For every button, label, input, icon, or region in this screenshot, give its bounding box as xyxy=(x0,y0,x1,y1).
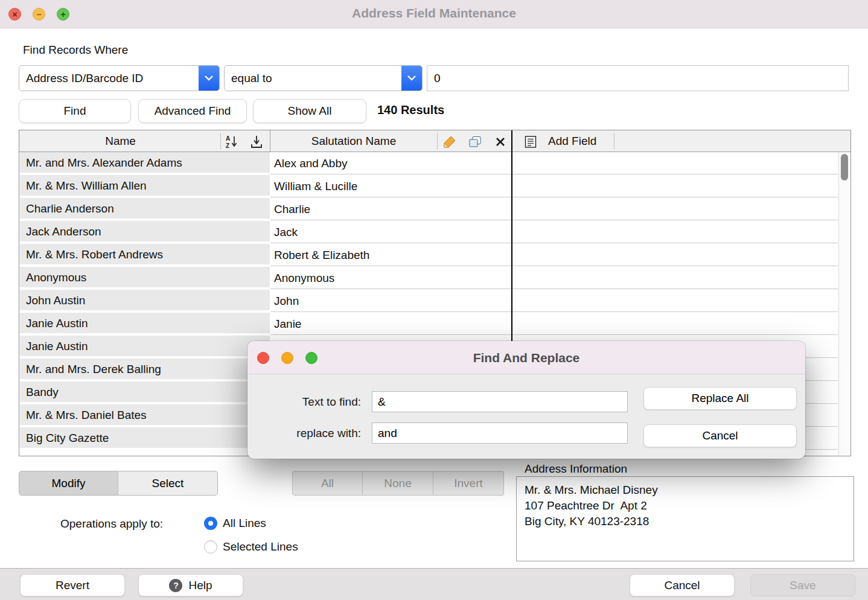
help-button-label: Help xyxy=(188,579,212,592)
salutation-cell[interactable]: Alex and Abby xyxy=(270,152,838,174)
header-separator xyxy=(437,133,438,150)
text-to-find-input[interactable] xyxy=(372,391,628,412)
name-cell[interactable]: Jack Anderson xyxy=(20,221,270,243)
scrollbar-thumb[interactable] xyxy=(841,154,848,180)
table-row[interactable]: Mr. and Mrs. Alexander Adams Alex and Ab… xyxy=(19,152,850,175)
table-row[interactable]: John Austin John xyxy=(19,290,850,313)
salutation-cell[interactable]: Robert & Elizabeth xyxy=(270,244,838,266)
salutation-cell[interactable]: William & Lucille xyxy=(270,175,838,197)
dialog-cancel-button[interactable]: Cancel xyxy=(643,424,797,447)
cancel-button[interactable]: Cancel xyxy=(630,574,735,596)
dialog-minimize-button[interactable] xyxy=(281,352,293,364)
footer-bar: Revert ? Help Cancel Save xyxy=(0,568,868,600)
add-field-button[interactable]: Add Field xyxy=(548,130,596,152)
salutation-cell[interactable]: Anonymous xyxy=(270,267,838,289)
name-cell[interactable]: Mr. & Mrs. William Allen xyxy=(20,175,270,197)
select-invert-button[interactable]: Invert xyxy=(433,471,504,496)
address-information-label: Address Information xyxy=(525,462,627,476)
replace-with-label: replace with: xyxy=(247,423,361,444)
field-divider xyxy=(511,130,512,152)
field-dropdown-value: Address ID/Barcode ID xyxy=(19,72,199,85)
field-dropdown[interactable]: Address ID/Barcode ID xyxy=(19,65,220,91)
replace-with-input[interactable] xyxy=(372,423,628,444)
vertical-scrollbar[interactable] xyxy=(838,152,850,455)
find-replace-dialog: Find And Replace Text to find: replace w… xyxy=(247,341,805,459)
name-cell[interactable]: Bandy xyxy=(20,381,270,403)
all-lines-label[interactable]: All Lines xyxy=(223,517,266,530)
address-line: 107 Peachtree Dr Apt 2 xyxy=(525,498,846,514)
document-list-icon[interactable] xyxy=(523,134,538,150)
save-button[interactable]: Save xyxy=(750,574,855,596)
copy-icon[interactable] xyxy=(467,134,483,150)
svg-text:Z: Z xyxy=(226,142,229,149)
select-button[interactable]: Select xyxy=(118,471,218,496)
select-none-button[interactable]: None xyxy=(363,471,433,496)
delete-x-icon[interactable] xyxy=(493,134,508,150)
name-cell[interactable]: Mr. and Mrs. Alexander Adams xyxy=(20,152,270,174)
operations-apply-label: Operations apply to: xyxy=(60,517,163,531)
selected-lines-label[interactable]: Selected Lines xyxy=(223,540,298,554)
name-cell[interactable]: Mr. and Mrs. Derek Balling xyxy=(20,359,270,380)
table-row[interactable]: Jack Anderson Jack xyxy=(19,221,850,244)
window-titlebar: × − + Address Field Maintenance xyxy=(0,0,868,28)
operator-dropdown-value: equal to xyxy=(225,72,401,85)
table-row[interactable]: Charlie Anderson Charlie xyxy=(19,198,850,221)
name-cell[interactable]: Mr. & Mrs. Robert Andrews xyxy=(20,244,270,266)
name-cell[interactable]: Big City Gazette xyxy=(20,427,270,449)
advanced-find-button[interactable]: Advanced Find xyxy=(138,99,247,123)
dialog-titlebar: Find And Replace xyxy=(247,341,805,374)
replace-all-button[interactable]: Replace All xyxy=(643,387,797,410)
salutation-cell[interactable]: Janie xyxy=(270,313,838,335)
move-down-icon[interactable] xyxy=(249,134,264,150)
help-button[interactable]: ? Help xyxy=(138,574,243,596)
all-lines-radio[interactable] xyxy=(204,517,217,530)
table-row[interactable]: Janie Austin Janie xyxy=(19,313,850,336)
svg-text:A: A xyxy=(226,135,230,142)
salutation-cell[interactable]: Charlie xyxy=(270,198,838,220)
select-all-button[interactable]: All xyxy=(292,471,363,496)
table-header: Name A Z Salutation Name xyxy=(19,130,850,152)
name-cell[interactable]: John Austin xyxy=(20,290,270,311)
table-row[interactable]: Anonymous Anonymous xyxy=(19,267,850,290)
salutation-cell[interactable]: Jack xyxy=(270,221,838,243)
salutation-column-header[interactable]: Salutation Name xyxy=(270,130,437,152)
name-cell[interactable]: Janie Austin xyxy=(20,313,270,334)
sort-az-icon[interactable]: A Z xyxy=(224,134,240,150)
results-count: 140 Results xyxy=(377,103,444,117)
address-line: Mr. & Mrs. Michael Disney xyxy=(525,482,846,498)
edit-pencil-icon[interactable] xyxy=(442,134,458,150)
selected-lines-radio[interactable] xyxy=(204,540,217,554)
name-column-header[interactable]: Name xyxy=(19,130,222,152)
question-mark-icon: ? xyxy=(169,579,182,592)
name-cell[interactable]: Charlie Anderson xyxy=(20,198,270,220)
name-cell[interactable]: Janie Austin xyxy=(20,336,270,357)
table-row[interactable]: Mr. & Mrs. William Allen William & Lucil… xyxy=(19,175,850,198)
header-separator xyxy=(220,133,221,150)
find-records-label: Find Records Where xyxy=(23,43,128,57)
find-button[interactable]: Find xyxy=(19,99,131,123)
show-all-button[interactable]: Show All xyxy=(253,99,366,123)
dialog-title: Find And Replace xyxy=(247,341,805,374)
address-line: Big City, KY 40123-2318 xyxy=(525,514,846,529)
chevron-down-icon[interactable] xyxy=(401,66,422,91)
revert-button[interactable]: Revert xyxy=(20,574,125,596)
dialog-zoom-button[interactable] xyxy=(305,352,318,364)
search-value-input[interactable] xyxy=(427,65,849,91)
table-row[interactable]: Mr. & Mrs. Robert Andrews Robert & Eliza… xyxy=(19,244,850,267)
address-box: Mr. & Mrs. Michael Disney107 Peachtree D… xyxy=(516,476,854,561)
text-to-find-label: Text to find: xyxy=(247,391,361,412)
selection-segmented-control: All None Invert xyxy=(292,471,504,496)
dialog-close-button[interactable] xyxy=(257,352,269,364)
chevron-down-icon[interactable] xyxy=(199,66,219,91)
name-cell[interactable]: Anonymous xyxy=(20,267,270,289)
salutation-cell[interactable]: John xyxy=(270,290,838,312)
modify-button[interactable]: Modify xyxy=(19,471,118,496)
operator-dropdown[interactable]: equal to xyxy=(224,65,423,91)
header-separator xyxy=(614,133,614,150)
name-cell[interactable]: Mr. & Mrs. Daniel Bates xyxy=(20,404,270,426)
window-title: Address Field Maintenance xyxy=(0,6,868,21)
